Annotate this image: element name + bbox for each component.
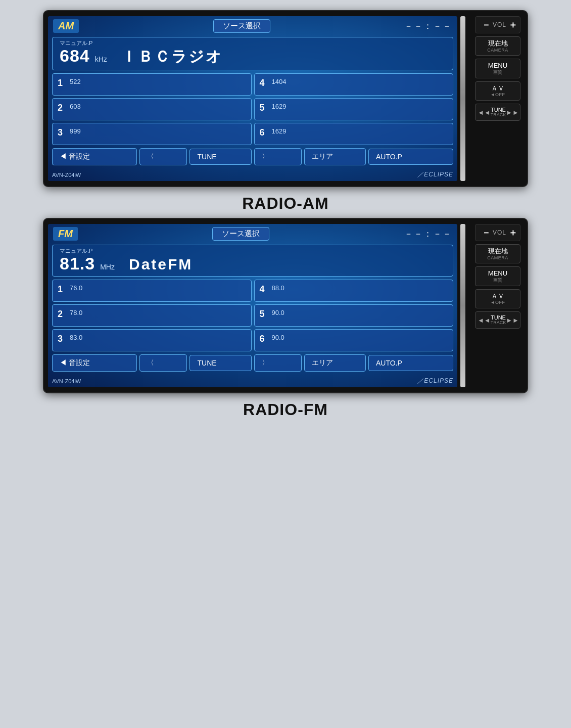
am-vol-plus[interactable]: ＋ [506, 19, 519, 31]
am-unit-wrapper: AM ソース選択 －－：－－ マニュアル.P 684 kHz ＩＢＣラジオ 1 … [10, 10, 561, 213]
fm-menu-label: MENU [479, 269, 517, 278]
am-screen: AM ソース選択 －－：－－ マニュアル.P 684 kHz ＩＢＣラジオ 1 … [48, 16, 457, 181]
am-menu-button[interactable]: MENU 画質 [475, 59, 520, 78]
fm-camera-label: CAMERA [479, 255, 517, 261]
am-preset-4[interactable]: 4 1404 [254, 73, 454, 96]
fm-tune-center: TUNE TRACK [491, 314, 506, 326]
am-station-name: ＩＢＣラジオ [121, 47, 223, 67]
fm-tune-next-icon[interactable]: ►► [506, 316, 519, 324]
fm-preset-1-num: 1 [58, 284, 66, 295]
am-bottom-buttons: ◀ 音設定 〈 TUNE 〉 エリア AUTO.P [52, 148, 453, 165]
fm-silver-strip [460, 224, 465, 387]
fm-preset-2-num: 2 [58, 309, 66, 320]
am-freq-unit: kHz [95, 55, 107, 63]
am-av-button[interactable]: ＡＶ ◄OFF [475, 81, 520, 101]
fm-av-sub-label: ◄OFF [479, 300, 517, 305]
am-autop-button[interactable]: AUTO.P [368, 149, 453, 165]
fm-preset-4[interactable]: 4 88.0 [254, 280, 454, 302]
fm-preset-4-num: 4 [260, 284, 268, 295]
fm-manual-label: マニュアル.P [60, 247, 92, 255]
fm-tune-sub-label: TRACK [491, 321, 506, 326]
am-preset-6-num: 6 [260, 127, 268, 138]
fm-tune-track-button[interactable]: ◄◄ TUNE TRACK ►► [475, 311, 520, 329]
am-time: －－：－－ [404, 20, 452, 32]
fm-preset-1[interactable]: 1 76.0 [52, 280, 252, 302]
fm-tune-label: TUNE [189, 355, 251, 371]
fm-genzaichi-button[interactable]: 現在地 CAMERA [475, 244, 520, 263]
am-preset-6[interactable]: 6 1629 [254, 123, 454, 145]
am-preset-5[interactable]: 5 1629 [254, 98, 454, 120]
am-model-text: AVN-Z04iW [52, 172, 81, 178]
fm-right-controls: － VOL ＋ 現在地 CAMERA MENU 画質 ＡＶ ◄OFF ◄◄ TU… [468, 224, 523, 387]
fm-unit-label: RADIO-FM [243, 400, 328, 419]
am-preset-1[interactable]: 1 522 [52, 73, 252, 96]
fm-mode-label: FM [53, 227, 78, 241]
fm-preset-5-num: 5 [260, 309, 268, 320]
am-preset-3[interactable]: 3 999 [52, 123, 252, 145]
fm-preset-2[interactable]: 2 78.0 [52, 304, 252, 327]
am-menu-label: MENU [479, 62, 517, 70]
fm-preset-3-num: 3 [58, 334, 66, 344]
fm-unit-wrapper: FM ソース選択 －－：－－ マニュアル.P 81.3 MHz DateFM 1… [10, 218, 561, 419]
fm-preset-5-freq: 90.0 [272, 309, 284, 316]
am-sound-button[interactable]: ◀ 音設定 [52, 148, 137, 165]
am-vol-minus[interactable]: － [480, 19, 493, 31]
am-vol-label: VOL [493, 21, 506, 28]
am-camera-label: CAMERA [479, 48, 517, 53]
am-tune-center: TUNE TRACK [491, 107, 506, 118]
am-source-button[interactable]: ソース選択 [213, 19, 270, 33]
am-tune-track-button[interactable]: ◄◄ TUNE TRACK ►► [475, 104, 520, 121]
am-preset-1-freq: 522 [70, 78, 81, 85]
fm-vol-minus[interactable]: － [480, 226, 493, 239]
fm-preset-3-freq: 83.0 [70, 334, 82, 341]
am-tune-right-button[interactable]: 〉 [254, 148, 302, 165]
am-preset-1-num: 1 [58, 78, 66, 88]
fm-preset-6[interactable]: 6 90.0 [254, 329, 454, 351]
am-genzaichi-label: 現在地 [479, 39, 517, 48]
fm-preset-grid: 1 76.0 4 88.0 2 78.0 5 90.0 3 83.0 [52, 280, 453, 351]
fm-preset-6-num: 6 [260, 334, 268, 344]
am-tune-prev-icon[interactable]: ◄◄ [478, 109, 491, 116]
am-genzaichi-button[interactable]: 現在地 CAMERA [475, 36, 520, 56]
am-tune-left-button[interactable]: 〈 [139, 148, 187, 165]
am-vol-row: － VOL ＋ [475, 16, 520, 33]
am-preset-2[interactable]: 2 603 [52, 98, 252, 120]
fm-bottom-buttons: ◀ 音設定 〈 TUNE 〉 エリア AUTO.P [52, 354, 453, 372]
fm-av-label: ＡＶ [479, 292, 517, 300]
am-area-button[interactable]: エリア [304, 148, 366, 165]
am-screen-footer: AVN-Z04iW ／ECLIPSE [48, 169, 457, 181]
am-station-bar: マニュアル.P 684 kHz ＩＢＣラジオ [52, 37, 453, 70]
fm-brand-text: ／ECLIPSE [417, 377, 453, 385]
fm-preset-3[interactable]: 3 83.0 [52, 329, 252, 351]
fm-time: －－：－－ [404, 228, 452, 240]
fm-vol-label: VOL [493, 229, 506, 236]
am-preset-grid: 1 522 4 1404 2 603 5 1629 3 999 [52, 73, 453, 145]
fm-source-button[interactable]: ソース選択 [212, 227, 269, 241]
fm-freq-unit: MHz [100, 263, 115, 271]
am-av-label: ＡＶ [479, 84, 517, 93]
fm-preset-5[interactable]: 5 90.0 [254, 304, 454, 327]
fm-av-button[interactable]: ＡＶ ◄OFF [475, 289, 520, 308]
am-preset-4-num: 4 [260, 78, 268, 88]
am-tune-next-icon[interactable]: ►► [506, 109, 519, 116]
fm-area-button[interactable]: エリア [304, 354, 366, 372]
fm-car-unit: FM ソース選択 －－：－－ マニュアル.P 81.3 MHz DateFM 1… [43, 218, 528, 393]
am-preset-6-freq: 1629 [272, 127, 287, 135]
fm-tune-left-button[interactable]: 〈 [139, 354, 187, 372]
fm-autop-button[interactable]: AUTO.P [368, 355, 453, 371]
fm-preset-1-freq: 76.0 [70, 284, 82, 292]
fm-menu-button[interactable]: MENU 画質 [475, 266, 520, 286]
fm-preset-4-freq: 88.0 [272, 284, 284, 292]
am-silver-strip [460, 16, 465, 181]
fm-sound-button[interactable]: ◀ 音設定 [52, 354, 137, 372]
fm-vol-row: － VOL ＋ [475, 224, 520, 241]
am-menu-sub-label: 画質 [479, 70, 517, 75]
fm-vol-plus[interactable]: ＋ [506, 226, 519, 239]
am-preset-2-freq: 603 [70, 103, 81, 110]
fm-frequency: 81.3 [60, 254, 95, 274]
am-preset-2-num: 2 [58, 103, 66, 113]
fm-tune-prev-icon[interactable]: ◄◄ [478, 316, 491, 324]
fm-tune-right-button[interactable]: 〉 [254, 354, 302, 372]
fm-model-text: AVN-Z04iW [52, 378, 81, 384]
am-preset-5-freq: 1629 [272, 103, 287, 110]
